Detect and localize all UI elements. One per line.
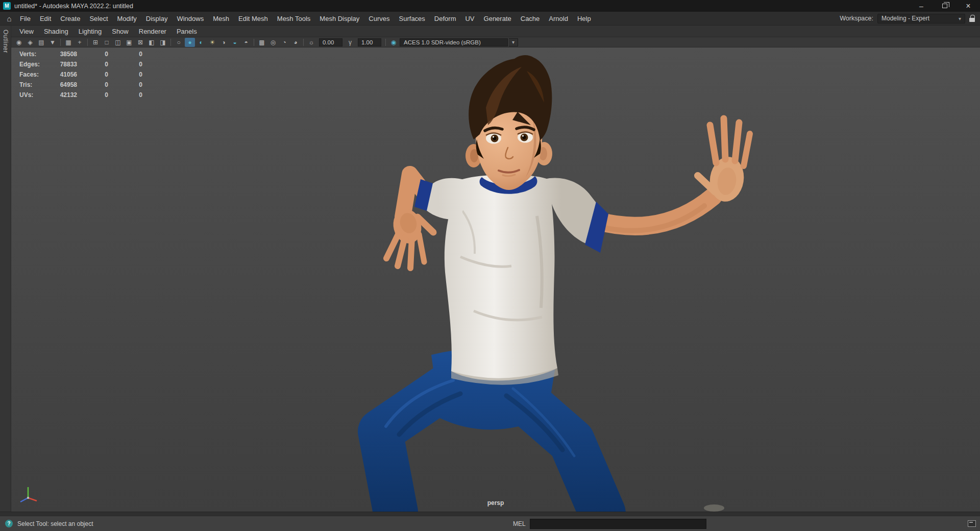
mel-command-input[interactable] (530, 519, 706, 529)
hud-col2: 0 (77, 59, 108, 69)
film-gate-button[interactable]: □ (102, 38, 112, 47)
toolbar-separator (60, 39, 61, 46)
close-icon: × (966, 2, 970, 11)
camera-attributes-button[interactable]: ▤ (36, 38, 46, 47)
close-button[interactable]: × (957, 0, 980, 12)
xray-button[interactable]: ◎ (268, 38, 278, 47)
exposure-field[interactable]: 0.00 (319, 38, 342, 46)
panel-menu-renderer[interactable]: Renderer (134, 26, 172, 37)
window-controls: – × (910, 0, 980, 12)
resolution-gate-button[interactable]: ◫ (113, 38, 123, 47)
menu-help[interactable]: Help (573, 12, 596, 26)
panel-menu-view[interactable]: View (14, 26, 39, 37)
color-management-button[interactable]: ◉ (388, 38, 399, 47)
isolate-select-button[interactable]: ▩ (257, 38, 267, 47)
menu-uv[interactable]: UV (460, 12, 479, 26)
exposure-button[interactable]: ☼ (306, 38, 316, 47)
help-line-bar: ? Select Tool: select an object MEL (0, 516, 980, 531)
panel-menu-lighting[interactable]: Lighting (74, 26, 107, 37)
hud-col2: 0 (77, 80, 108, 90)
menu-modify[interactable]: Modify (113, 12, 141, 26)
gamma-field[interactable]: 1.00 (358, 38, 381, 46)
field-chart-button[interactable]: ⊠ (135, 38, 145, 47)
safe-title-button[interactable]: ◨ (158, 38, 168, 47)
textured-mode-button[interactable]: ◐ (196, 38, 206, 47)
resolution-gate-icon: ◫ (115, 39, 120, 46)
screen-space-ao-icon: ◒ (233, 39, 236, 46)
gamma-button[interactable]: γ (345, 38, 355, 47)
outliner-tab[interactable]: Outliner (2, 30, 9, 53)
menu-edit[interactable]: Edit (35, 12, 56, 26)
motion-blur-button[interactable]: ◓ (241, 38, 251, 47)
workspace-label: Workspace: (840, 15, 873, 22)
menu-arnold[interactable]: Arnold (544, 12, 573, 26)
shadows-button[interactable]: ◑ (218, 38, 229, 47)
home-icon[interactable]: ⌂ (3, 14, 15, 23)
image-plane-icon: ▦ (65, 39, 71, 46)
bookmarks-button[interactable]: ▼ (47, 38, 58, 47)
menu-deform[interactable]: Deform (430, 12, 461, 26)
panel-menu-panels[interactable]: Panels (172, 26, 202, 37)
menu-mesh-display[interactable]: Mesh Display (315, 12, 364, 26)
menu-create[interactable]: Create (56, 12, 85, 26)
grid-toggle-button[interactable]: ⊞ (90, 38, 101, 47)
default-material-button[interactable]: ◕ (290, 38, 301, 47)
safe-title-icon: ◨ (160, 39, 165, 46)
character-render (11, 47, 980, 512)
use-all-lights-button[interactable]: ☀ (207, 38, 217, 47)
hud-col3: 0 (108, 80, 142, 90)
camera-name-label: persp (11, 499, 980, 506)
menu-surfaces[interactable]: Surfaces (395, 12, 430, 26)
pan-zoom-button[interactable]: + (75, 38, 85, 47)
minimize-button[interactable]: – (910, 0, 933, 12)
colorspace-dropdown-arrow[interactable]: ▾ (509, 38, 518, 46)
workspace-dropdown[interactable]: Modeling - Expert ▾ (877, 14, 965, 23)
gate-mask-button[interactable]: ▣ (124, 38, 134, 47)
select-camera-button[interactable]: ◉ (14, 38, 24, 47)
maximize-button[interactable] (933, 0, 957, 12)
chevron-down-icon: ▾ (512, 39, 514, 45)
safe-action-button[interactable]: ◧ (146, 38, 157, 47)
wireframe-mode-button[interactable]: ○ (174, 38, 184, 47)
menu-generate[interactable]: Generate (479, 12, 516, 26)
chevron-down-icon: ▾ (959, 16, 961, 21)
minimize-icon: – (919, 2, 923, 10)
colorspace-dropdown[interactable]: ACES 1.0 SDR-video (sRGB) (400, 38, 508, 46)
panel-menu-shading[interactable]: Shading (39, 26, 74, 37)
safe-action-icon: ◧ (149, 39, 154, 46)
window-title: untitled* - Autodesk MAYA 2022.2: untitl… (14, 3, 133, 10)
help-line-text: Select Tool: select an object (17, 520, 93, 527)
shaded-icon: ● (188, 39, 191, 46)
menu-windows[interactable]: Windows (172, 12, 208, 26)
panel-menu-show[interactable]: Show (107, 26, 134, 37)
image-plane-button[interactable]: ▦ (63, 38, 74, 47)
screen-space-ao-button[interactable]: ◒ (230, 38, 240, 47)
wireframe-on-shaded-button[interactable]: ◔ (279, 38, 289, 47)
workspace-lock-icon[interactable] (969, 15, 975, 22)
field-chart-icon: ⊠ (138, 39, 143, 46)
menu-mesh-tools[interactable]: Mesh Tools (273, 12, 315, 26)
menu-select[interactable]: Select (85, 12, 112, 26)
panel-menubar: View Shading Lighting Show Renderer Pane… (11, 26, 980, 37)
toolbar-separator (385, 39, 386, 46)
mel-label[interactable]: MEL (513, 520, 526, 527)
lock-camera-button[interactable]: ◈ (25, 38, 35, 47)
hud-col3: 0 (108, 69, 142, 80)
menu-display[interactable]: Display (141, 12, 173, 26)
menu-cache[interactable]: Cache (516, 12, 545, 26)
workspace-group: Workspace: Modeling - Expert ▾ (840, 14, 980, 23)
shaded-mode-button[interactable]: ● (185, 38, 195, 47)
menu-edit-mesh[interactable]: Edit Mesh (234, 12, 273, 26)
collapsed-time-slider-strip (0, 512, 980, 516)
perspective-viewport[interactable]: Verts: 38508 0 0 Edges: 78833 0 0 Faces:… (11, 47, 980, 512)
menu-file[interactable]: File (15, 12, 35, 26)
hud-label: Verts: (19, 49, 45, 59)
toolbar-separator (87, 39, 88, 46)
help-icon: ? (5, 520, 13, 527)
exposure-value: 0.00 (323, 39, 334, 45)
main-menubar: ⌂ File Edit Create Select Modify Display… (0, 12, 980, 26)
menu-mesh[interactable]: Mesh (208, 12, 234, 26)
menu-curves[interactable]: Curves (364, 12, 394, 26)
script-editor-icon[interactable] (968, 520, 976, 527)
hud-total: 42132 (45, 90, 77, 100)
